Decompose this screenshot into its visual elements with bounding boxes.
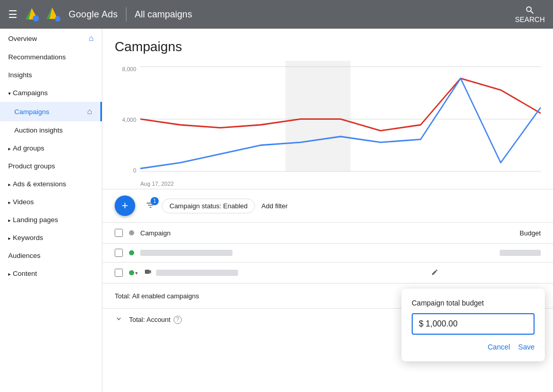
- topbar-divider: [126, 7, 126, 21]
- campaign-name-cell: [140, 250, 438, 256]
- row-checkbox[interactable]: [115, 269, 123, 277]
- redacted-budget: [500, 250, 541, 256]
- chart-x-label: Aug 17, 2022: [140, 181, 174, 187]
- budget-cell: [438, 250, 541, 256]
- sidebar-item-content[interactable]: Content: [0, 265, 102, 282]
- status-indicator: [129, 230, 134, 235]
- sidebar-item-label: Product groups: [8, 162, 55, 170]
- add-button[interactable]: +: [115, 195, 135, 216]
- column-header-budget: Budget: [438, 229, 541, 237]
- total-account-label: Total: Account: [129, 316, 171, 323]
- video-icon: [144, 268, 152, 278]
- chart-y-label-8000: 8,000: [122, 66, 136, 72]
- home-icon: ⌂: [89, 34, 94, 43]
- sidebar-item-audiences[interactable]: Audiences: [0, 247, 102, 265]
- sidebar-item-product-groups[interactable]: Product groups: [0, 157, 102, 175]
- campaign-status-label: Campaign status: Enabled: [169, 202, 247, 210]
- save-button[interactable]: Save: [518, 343, 535, 351]
- sidebar-item-auction-insights[interactable]: Auction insights: [0, 121, 102, 139]
- google-ads-logo-icon: [24, 6, 40, 23]
- search-label: SEARCH: [515, 15, 545, 24]
- sidebar-item-label: Campaigns: [14, 108, 49, 116]
- home-icon: ⌂: [87, 107, 92, 116]
- chevron-icon: [8, 144, 13, 152]
- info-icon[interactable]: ?: [174, 316, 182, 324]
- table-row[interactable]: [102, 244, 553, 263]
- chart-svg: [140, 61, 541, 189]
- sidebar-item-videos[interactable]: Videos: [0, 193, 102, 211]
- logo: [24, 6, 60, 23]
- row-checkbox[interactable]: [115, 249, 123, 257]
- expand-icon[interactable]: [115, 315, 123, 324]
- sidebar-item-insights[interactable]: Insights: [0, 66, 102, 84]
- filter-icon-wrapper[interactable]: 1: [145, 200, 156, 212]
- svg-point-6: [55, 16, 60, 22]
- sidebar-item-label: Overview: [8, 35, 37, 42]
- table-row[interactable]: ▾: [102, 263, 553, 284]
- sidebar-item-label: Content: [13, 270, 37, 277]
- brand-name: Google Ads: [69, 9, 118, 20]
- select-all-checkbox[interactable]: [115, 229, 123, 237]
- column-header-campaign: Campaign: [140, 229, 438, 237]
- google-ads-logo-icon: [44, 6, 60, 23]
- edit-icon[interactable]: [431, 269, 438, 277]
- dropdown-chevron[interactable]: ▾: [135, 270, 138, 276]
- chevron-icon: [8, 89, 13, 97]
- add-icon: +: [122, 199, 129, 212]
- chevron-icon: [8, 180, 13, 188]
- sidebar-item-campaigns-header[interactable]: Campaigns: [0, 84, 102, 102]
- sidebar-item-label: Keywords: [13, 234, 43, 242]
- sidebar-item-label: Videos: [13, 198, 34, 206]
- chevron-icon: [8, 234, 13, 242]
- add-filter-button[interactable]: Add filter: [261, 202, 287, 210]
- budget-popup: Campaign total budget $ 1,000.00 Cancel …: [401, 289, 545, 361]
- sidebar-item-label: Landing pages: [13, 216, 58, 224]
- page-title: Campaigns: [115, 39, 541, 55]
- page-header: Campaigns: [102, 29, 553, 61]
- sidebar-item-ad-groups[interactable]: Ad groups: [0, 139, 102, 157]
- sidebar-item-label: Recommendations: [8, 53, 66, 61]
- sidebar-item-label: Ad groups: [13, 144, 45, 152]
- sidebar: Overview ⌂ Recommendations Insights Camp…: [0, 29, 102, 392]
- status-dot-green: [129, 270, 134, 275]
- campaign-name-cell: [156, 270, 427, 276]
- menu-icon[interactable]: ☰: [8, 8, 17, 20]
- redacted-name: [140, 250, 232, 256]
- chart-y-label-0: 0: [133, 167, 136, 173]
- sidebar-item-label: Auction insights: [14, 126, 63, 134]
- sidebar-item-label: Campaigns: [13, 89, 48, 97]
- sidebar-item-recommendations[interactable]: Recommendations: [0, 48, 102, 66]
- sidebar-item-label: Audiences: [8, 252, 40, 259]
- cancel-button[interactable]: Cancel: [487, 343, 510, 351]
- budget-popup-title: Campaign total budget: [412, 299, 535, 307]
- budget-input[interactable]: $ 1,000.00: [412, 313, 535, 335]
- sidebar-item-campaigns[interactable]: Campaigns ⌂: [0, 102, 102, 121]
- topbar-title: All campaigns: [135, 9, 192, 20]
- topbar: ☰ Google Ads All campaigns SEARCH: [0, 0, 553, 29]
- sidebar-item-overview[interactable]: Overview ⌂: [0, 29, 102, 48]
- search-button[interactable]: SEARCH: [515, 5, 545, 24]
- chevron-icon: [8, 198, 13, 206]
- status-dot-green: [129, 250, 134, 255]
- svg-rect-11: [285, 61, 350, 171]
- campaign-status-chip[interactable]: Campaign status: Enabled: [162, 199, 255, 213]
- chart-area: 8,000 4,000 0: [102, 61, 553, 189]
- sidebar-item-keywords[interactable]: Keywords: [0, 229, 102, 247]
- sidebar-item-label: Insights: [8, 71, 32, 79]
- sidebar-item-ads-extensions[interactable]: Ads & extensions: [0, 175, 102, 193]
- chart-y-label-4000: 4,000: [122, 117, 136, 123]
- filter-badge: 1: [151, 197, 159, 205]
- search-icon: [525, 5, 535, 15]
- sidebar-item-label: Ads & extensions: [13, 180, 66, 188]
- filter-bar: + 1 Campaign status: Enabled Add filter: [102, 189, 553, 223]
- chevron-icon: [8, 216, 13, 224]
- redacted-name: [156, 270, 238, 276]
- sidebar-item-landing-pages[interactable]: Landing pages: [0, 211, 102, 229]
- svg-point-1: [33, 15, 39, 21]
- chevron-icon: [8, 270, 13, 277]
- budget-popup-actions: Cancel Save: [412, 343, 535, 351]
- table-header-row: Campaign Budget: [102, 223, 553, 244]
